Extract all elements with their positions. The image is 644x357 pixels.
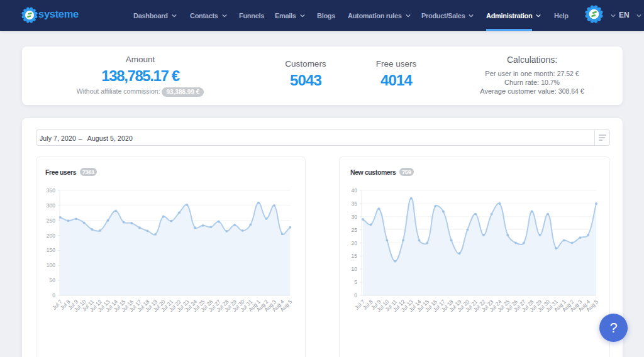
svg-text:250: 250: [47, 217, 55, 224]
svg-text:15: 15: [352, 253, 358, 259]
svg-text:100: 100: [47, 262, 55, 268]
svg-text:350: 350: [47, 187, 55, 194]
svg-text:150: 150: [47, 247, 55, 253]
svg-text:0: 0: [354, 292, 357, 299]
svg-text:25: 25: [352, 227, 358, 233]
svg-text:10: 10: [352, 266, 358, 272]
svg-text:35: 35: [352, 200, 358, 207]
svg-text:30: 30: [352, 214, 358, 220]
svg-text:50: 50: [50, 277, 56, 283]
svg-text:40: 40: [352, 187, 358, 194]
svg-text:300: 300: [47, 202, 55, 209]
svg-text:5: 5: [354, 279, 357, 285]
svg-text:200: 200: [47, 233, 55, 239]
svg-text:20: 20: [352, 240, 358, 246]
svg-text:0: 0: [52, 292, 55, 299]
